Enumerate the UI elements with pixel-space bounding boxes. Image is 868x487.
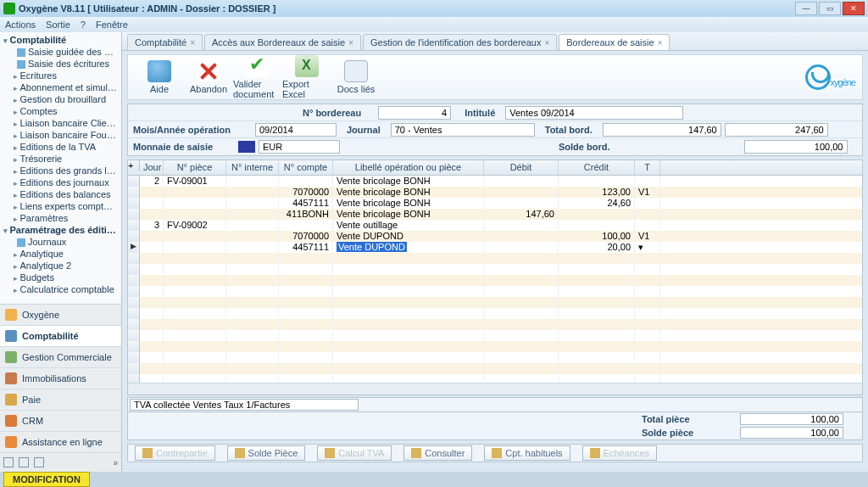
cell[interactable] bbox=[559, 341, 635, 352]
cell[interactable] bbox=[164, 264, 226, 275]
cell[interactable] bbox=[226, 231, 279, 242]
table-row[interactable] bbox=[128, 330, 862, 341]
tab-bordereaux[interactable]: Bordereaux de saisie× bbox=[559, 34, 670, 50]
tree-doc[interactable]: Journaux bbox=[0, 236, 121, 248]
bottom-button[interactable]: Echéances bbox=[582, 445, 657, 461]
row-handle[interactable] bbox=[128, 209, 140, 220]
table-row[interactable] bbox=[128, 275, 862, 286]
table-row[interactable]: 3FV-09002Vente outillage bbox=[128, 220, 862, 231]
footer-field[interactable]: TVA collectée Ventes Taux 1/Factures bbox=[130, 399, 359, 411]
row-handle[interactable] bbox=[128, 253, 140, 264]
bottom-button[interactable]: Contrepartie bbox=[135, 445, 215, 461]
docs-lies-button[interactable]: Docs liés bbox=[331, 60, 381, 94]
cell[interactable] bbox=[635, 253, 660, 264]
cell[interactable] bbox=[279, 363, 333, 374]
cell[interactable]: FV-09001 bbox=[164, 176, 226, 187]
cell[interactable] bbox=[140, 319, 164, 330]
cell[interactable]: V1 bbox=[635, 187, 660, 198]
cell[interactable] bbox=[164, 253, 226, 264]
mois-field[interactable]: 09/2014 bbox=[255, 123, 337, 137]
row-handle[interactable] bbox=[128, 264, 140, 275]
col-debit[interactable]: Débit bbox=[484, 160, 559, 175]
cell[interactable] bbox=[279, 176, 333, 187]
section-compta[interactable]: Comptabilité bbox=[0, 326, 121, 347]
cell[interactable] bbox=[226, 308, 279, 319]
tab-gestion[interactable]: Gestion de l'identification des borderea… bbox=[363, 34, 557, 50]
cell[interactable]: Vente outillage bbox=[333, 220, 484, 231]
cell[interactable] bbox=[484, 308, 559, 319]
cell[interactable] bbox=[226, 352, 279, 363]
cell[interactable]: 123,00 bbox=[559, 187, 635, 198]
cell[interactable] bbox=[559, 264, 635, 275]
col-credit[interactable]: Crédit bbox=[559, 160, 635, 175]
cell[interactable] bbox=[559, 352, 635, 363]
cell[interactable] bbox=[164, 209, 226, 220]
cell[interactable] bbox=[333, 297, 484, 308]
cell[interactable]: Vente bricolage BONH bbox=[333, 198, 484, 209]
cell[interactable] bbox=[333, 341, 484, 352]
cell[interactable] bbox=[279, 341, 333, 352]
menu-actions[interactable]: Actions bbox=[5, 20, 36, 30]
cell[interactable] bbox=[635, 330, 660, 341]
cell[interactable] bbox=[226, 187, 279, 198]
tree-item[interactable]: Editions des journaux bbox=[0, 176, 121, 188]
cell[interactable]: 2 bbox=[140, 176, 164, 187]
cell[interactable] bbox=[484, 341, 559, 352]
close-icon[interactable]: × bbox=[348, 38, 353, 48]
cell[interactable] bbox=[226, 253, 279, 264]
tab-acces[interactable]: Accès aux Bordereaux de saisie× bbox=[204, 34, 361, 50]
aide-button[interactable]: Aide bbox=[135, 60, 184, 94]
tree-item[interactable]: Editions des grands livre bbox=[0, 165, 121, 176]
cell[interactable] bbox=[559, 330, 635, 341]
cell[interactable] bbox=[635, 363, 660, 374]
cell[interactable] bbox=[333, 275, 484, 286]
cell[interactable] bbox=[635, 319, 660, 330]
cell[interactable] bbox=[635, 176, 660, 187]
tree-item[interactable]: Liaison bancaire Fournis bbox=[0, 129, 121, 141]
cell[interactable] bbox=[333, 330, 484, 341]
bottom-button[interactable]: Solde Pièce bbox=[227, 445, 306, 461]
col-piece[interactable]: N° pièce bbox=[164, 160, 226, 175]
cell[interactable] bbox=[484, 319, 559, 330]
cell[interactable] bbox=[140, 352, 164, 363]
cell[interactable] bbox=[484, 176, 559, 187]
cell[interactable] bbox=[333, 308, 484, 319]
cell[interactable] bbox=[484, 363, 559, 374]
cell[interactable] bbox=[164, 286, 226, 297]
cell[interactable] bbox=[559, 297, 635, 308]
cell[interactable] bbox=[279, 330, 333, 341]
cell[interactable] bbox=[279, 352, 333, 363]
cell[interactable] bbox=[333, 253, 484, 264]
row-handle[interactable]: ▶ bbox=[128, 242, 140, 253]
cell[interactable]: 20,00 bbox=[559, 242, 635, 253]
cell[interactable] bbox=[635, 286, 660, 297]
bottom-button[interactable]: Consulter bbox=[403, 445, 472, 461]
cell[interactable]: 24,60 bbox=[559, 198, 635, 209]
cell[interactable] bbox=[164, 231, 226, 242]
cell[interactable] bbox=[226, 176, 279, 187]
tree-item[interactable]: Editions des balances bbox=[0, 188, 121, 200]
cell[interactable] bbox=[164, 374, 226, 383]
row-handle[interactable] bbox=[128, 187, 140, 198]
cell[interactable] bbox=[484, 242, 559, 253]
sidebar-expand-icon[interactable]: » bbox=[113, 458, 118, 467]
cell[interactable] bbox=[635, 374, 660, 383]
close-icon[interactable]: × bbox=[190, 38, 195, 48]
minimize-button[interactable]: — bbox=[795, 2, 817, 15]
section-assist[interactable]: Assistance en ligne bbox=[0, 432, 121, 453]
tree-item[interactable]: Paramètres bbox=[0, 212, 121, 224]
table-row[interactable]: 7070000Vente bricolage BONH123,00V1 bbox=[128, 187, 862, 198]
maximize-button[interactable]: ▭ bbox=[819, 2, 841, 15]
cell[interactable] bbox=[226, 297, 279, 308]
tree-doc[interactable]: Saisie des écritures bbox=[0, 58, 121, 70]
row-handle[interactable] bbox=[128, 176, 140, 187]
cell[interactable] bbox=[226, 209, 279, 220]
cell[interactable] bbox=[333, 363, 484, 374]
foot-icon[interactable] bbox=[3, 457, 14, 467]
cell[interactable] bbox=[559, 253, 635, 264]
table-row[interactable]: ▶4457111Vente DUPOND20,00▾ bbox=[128, 242, 862, 253]
close-icon[interactable]: × bbox=[544, 38, 549, 48]
menu-help[interactable]: ? bbox=[81, 20, 86, 30]
cell[interactable] bbox=[559, 275, 635, 286]
tree-root-param[interactable]: Paramétrage des édition bbox=[0, 224, 121, 236]
